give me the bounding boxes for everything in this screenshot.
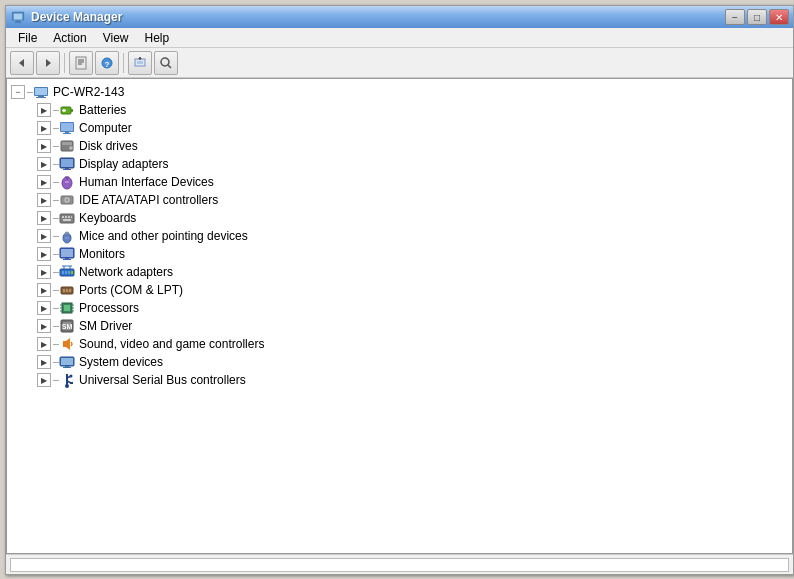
mice-expand-button[interactable]: ▶ <box>37 229 51 243</box>
tree-item-computer[interactable]: ▶ Computer <box>7 119 792 137</box>
ports-expand-button[interactable]: ▶ <box>37 283 51 297</box>
tree-item-disk-drives[interactable]: ▶ Disk drives <box>7 137 792 155</box>
svg-rect-29 <box>63 133 71 134</box>
sound-icon <box>59 336 75 352</box>
disk-drives-label: Disk drives <box>79 139 138 153</box>
computer-icon <box>59 120 75 136</box>
svg-rect-19 <box>35 88 47 95</box>
menu-file[interactable]: File <box>10 29 45 47</box>
display-adapters-label: Display adapters <box>79 157 168 171</box>
svg-line-17 <box>168 65 171 68</box>
network-expand-button[interactable]: ▶ <box>37 265 51 279</box>
root-label: PC-WR2-143 <box>53 85 124 99</box>
ide-expand-button[interactable]: ▶ <box>37 193 51 207</box>
svg-rect-85 <box>63 367 71 368</box>
batteries-label: Batteries <box>79 103 126 117</box>
usb-label: Universal Serial Bus controllers <box>79 373 246 387</box>
titlebar-title: Device Manager <box>31 10 122 24</box>
mice-icon <box>59 228 75 244</box>
keyboards-icon <box>59 210 75 226</box>
monitors-expand-button[interactable]: ▶ <box>37 247 51 261</box>
tree-item-ide[interactable]: ▶ IDE ATA/ATAPI controllers <box>7 191 792 209</box>
tree-item-ports[interactable]: ▶ Ports (COM & LPT) <box>7 281 792 299</box>
titlebar: Device Manager − □ ✕ <box>6 6 793 28</box>
svg-rect-36 <box>63 169 71 170</box>
usb-expand-button[interactable]: ▶ <box>37 373 51 387</box>
root-node[interactable]: − PC-WR2-143 <box>7 83 792 101</box>
display-expand-button[interactable]: ▶ <box>37 157 51 171</box>
tree-item-sound[interactable]: ▶ Sound, video and game controllers <box>7 335 792 353</box>
svg-marker-15 <box>138 57 142 59</box>
close-button[interactable]: ✕ <box>769 9 789 25</box>
hid-expand-button[interactable]: ▶ <box>37 175 51 189</box>
system-expand-button[interactable]: ▶ <box>37 355 51 369</box>
network-icon <box>59 264 75 280</box>
computer-label: Computer <box>79 121 132 135</box>
tree-item-sm-driver[interactable]: ▶ SM SM Driver <box>7 317 792 335</box>
svg-rect-90 <box>70 382 73 384</box>
scan-button[interactable] <box>154 51 178 75</box>
svg-rect-68 <box>66 289 68 292</box>
svg-rect-46 <box>65 216 67 218</box>
tree-item-system[interactable]: ▶ System devices <box>7 353 792 371</box>
display-icon <box>59 156 75 172</box>
titlebar-buttons: − □ ✕ <box>725 9 789 25</box>
maximize-button[interactable]: □ <box>747 9 767 25</box>
tree-item-network[interactable]: ▶ Network adapters <box>7 263 792 281</box>
menu-view[interactable]: View <box>95 29 137 47</box>
sound-expand-button[interactable]: ▶ <box>37 337 51 351</box>
svg-rect-23 <box>71 109 73 112</box>
svg-rect-27 <box>61 123 73 131</box>
ports-icon <box>59 282 75 298</box>
svg-rect-21 <box>36 97 46 98</box>
root-expand-button[interactable]: − <box>11 85 25 99</box>
batteries-expand-button[interactable]: ▶ <box>37 103 51 117</box>
update-button[interactable] <box>128 51 152 75</box>
menu-action[interactable]: Action <box>45 29 94 47</box>
sm-driver-label: SM Driver <box>79 319 132 333</box>
svg-point-91 <box>65 384 69 388</box>
sm-expand-button[interactable]: ▶ <box>37 319 51 333</box>
svg-text:SM: SM <box>62 323 73 330</box>
tree-item-display-adapters[interactable]: ▶ Display adapters <box>7 155 792 173</box>
back-button[interactable] <box>10 51 34 75</box>
disk-expand-button[interactable]: ▶ <box>37 139 51 153</box>
batteries-icon <box>59 102 75 118</box>
svg-rect-40 <box>65 181 69 183</box>
system-devices-label: System devices <box>79 355 163 369</box>
forward-button[interactable] <box>36 51 60 75</box>
tree-item-processors[interactable]: ▶ Processors <box>7 299 792 317</box>
hid-label: Human Interface Devices <box>79 175 214 189</box>
toolbar-separator-2 <box>123 53 124 73</box>
tree-item-monitors[interactable]: ▶ Monitors <box>7 245 792 263</box>
svg-rect-2 <box>15 21 20 23</box>
usb-icon <box>59 372 75 388</box>
keyboards-expand-button[interactable]: ▶ <box>37 211 51 225</box>
disk-icon <box>59 138 75 154</box>
monitors-label: Monitors <box>79 247 125 261</box>
tree-item-usb[interactable]: ▶ Universal Serial Bus controllers <box>7 371 792 389</box>
toolbar: ? <box>6 48 793 78</box>
tree-item-hid[interactable]: ▶ Human Interface Devices <box>7 173 792 191</box>
menu-help[interactable]: Help <box>137 29 178 47</box>
device-tree-panel[interactable]: − PC-WR2-143 ▶ <box>6 78 793 554</box>
root-icon <box>33 84 49 100</box>
system-icon <box>59 354 75 370</box>
properties-button[interactable] <box>69 51 93 75</box>
help-button[interactable]: ? <box>95 51 119 75</box>
svg-marker-81 <box>63 338 70 350</box>
ide-icon <box>59 192 75 208</box>
svg-point-88 <box>70 375 73 378</box>
tree-item-mice[interactable]: ▶ Mice and other pointing devices <box>7 227 792 245</box>
processors-expand-button[interactable]: ▶ <box>37 301 51 315</box>
computer-expand-button[interactable]: ▶ <box>37 121 51 135</box>
svg-rect-69 <box>69 289 71 292</box>
svg-rect-83 <box>61 358 73 365</box>
svg-rect-67 <box>63 289 65 292</box>
svg-rect-47 <box>68 216 70 218</box>
tree-item-keyboards[interactable]: ▶ Keyboards <box>7 209 792 227</box>
minimize-button[interactable]: − <box>725 9 745 25</box>
keyboards-label: Keyboards <box>79 211 136 225</box>
monitors-icon <box>59 246 75 262</box>
tree-item-batteries[interactable]: ▶ Batteries <box>7 101 792 119</box>
